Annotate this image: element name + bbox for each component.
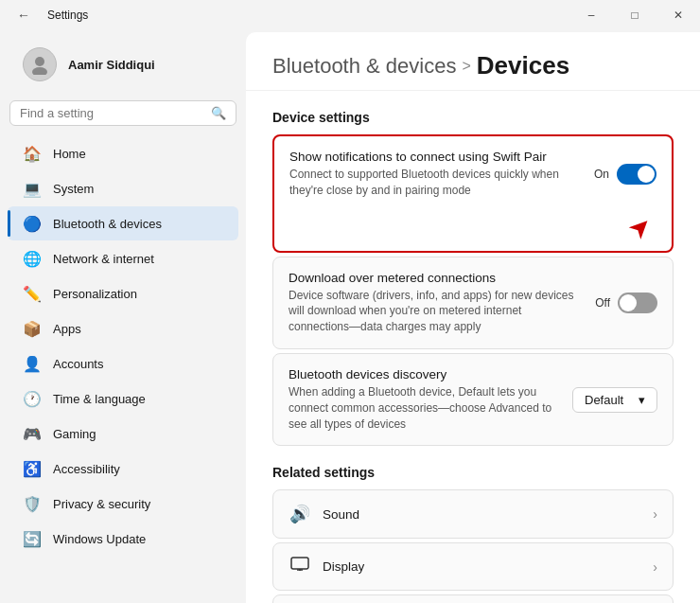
time-icon: 🕐	[23, 389, 42, 408]
metered-toggle[interactable]	[618, 293, 657, 313]
breadcrumb-current: Devices	[477, 51, 569, 80]
metered-row[interactable]: Download over metered connections Device…	[273, 257, 673, 348]
sidebar-item-label: Time & language	[53, 392, 146, 406]
display-icon	[289, 557, 311, 576]
sidebar-item-label: Accounts	[53, 357, 103, 371]
svg-point-1	[32, 67, 47, 75]
discovery-row[interactable]: Bluetooth devices discovery When adding …	[273, 354, 673, 445]
swift-pair-toggle[interactable]	[617, 164, 656, 185]
content-area: Bluetooth & devices > Devices Device set…	[246, 32, 700, 603]
sidebar-item-gaming[interactable]: 🎮 Gaming	[8, 417, 238, 451]
content-header: Bluetooth & devices > Devices	[246, 32, 700, 91]
discovery-label: Bluetooth devices discovery	[289, 367, 557, 381]
swift-pair-card: Show notifications to connect using Swif…	[272, 134, 674, 253]
sidebar-item-label: Bluetooth & devices	[53, 217, 162, 231]
metered-toggle-knob	[620, 294, 637, 311]
display-card: Display ›	[272, 542, 674, 591]
back-button[interactable]: ←	[11, 6, 36, 25]
sidebar-item-bluetooth[interactable]: 🔵 Bluetooth & devices	[8, 206, 238, 240]
titlebar: ← Settings – □ ✕	[0, 0, 700, 30]
sidebar-item-home[interactable]: 🏠 Home	[8, 136, 238, 170]
search-box: 🔍	[9, 100, 236, 126]
swift-pair-toggle-container: On	[594, 164, 656, 185]
avatar	[23, 47, 57, 81]
sound-icon: 🔊	[289, 504, 311, 524]
sidebar-item-time[interactable]: 🕐 Time & language	[8, 381, 238, 416]
svg-rect-2	[291, 558, 308, 569]
window-controls: – □ ✕	[569, 0, 700, 30]
metered-card: Download over metered connections Device…	[272, 257, 674, 349]
search-container: 🔍	[0, 95, 246, 135]
sidebar-item-network[interactable]: 🌐 Network & internet	[8, 241, 238, 275]
gaming-icon: 🎮	[23, 424, 42, 443]
metered-label: Download over metered connections	[289, 271, 580, 285]
sidebar-item-label: Privacy & security	[53, 497, 150, 511]
sidebar-item-label: Personalization	[53, 287, 137, 301]
main-container: Aamir Siddiqui 🔍 🏠 Home 💻 System 🔵 Bluet…	[0, 30, 700, 603]
display-chevron-icon: ›	[653, 559, 657, 575]
swift-pair-label: Show notifications to connect using Swif…	[289, 150, 579, 164]
update-icon: 🔄	[23, 529, 42, 548]
nav-list: 🏠 Home 💻 System 🔵 Bluetooth & devices 🌐 …	[0, 135, 246, 557]
sidebar-item-update[interactable]: 🔄 Windows Update	[8, 522, 238, 556]
discovery-desc: When adding a Bluetooth device, Default …	[289, 384, 557, 432]
swift-pair-text: Show notifications to connect using Swif…	[289, 150, 579, 199]
maximize-button[interactable]: □	[613, 0, 656, 30]
discovery-dropdown[interactable]: Default ▾	[572, 387, 657, 413]
related-settings-section: Related settings 🔊 Sound ›	[272, 465, 674, 603]
sidebar-item-accounts[interactable]: 👤 Accounts	[8, 346, 238, 381]
bluetooth-files-card: Send or receive files via Bluetooth ⬡	[272, 594, 674, 603]
discovery-card: Bluetooth devices discovery When adding …	[272, 353, 674, 446]
sidebar-item-personalization[interactable]: ✏️ Personalization	[8, 276, 238, 310]
device-settings-title: Device settings	[272, 110, 674, 125]
close-button[interactable]: ✕	[656, 0, 700, 30]
red-arrow-icon: ➤	[621, 208, 659, 246]
svg-point-0	[35, 57, 44, 66]
bluetooth-icon: 🔵	[23, 214, 42, 233]
search-input[interactable]	[20, 106, 203, 120]
apps-icon: 📦	[23, 319, 42, 338]
sound-label: Sound	[323, 507, 641, 522]
arrow-annotation: ➤	[274, 212, 672, 251]
chevron-down-icon: ▾	[639, 393, 645, 407]
sidebar-item-label: Apps	[53, 322, 81, 336]
related-settings-title: Related settings	[272, 465, 674, 480]
sidebar-item-privacy[interactable]: 🛡️ Privacy & security	[8, 487, 238, 521]
system-icon: 💻	[23, 179, 42, 198]
sidebar-item-system[interactable]: 💻 System	[8, 171, 238, 205]
discovery-text: Bluetooth devices discovery When adding …	[289, 367, 557, 432]
breadcrumb: Bluetooth & devices > Devices	[272, 51, 674, 80]
content-body: Device settings Show notifications to co…	[246, 91, 700, 603]
sidebar-item-label: Gaming	[53, 427, 96, 441]
sidebar-item-label: System	[53, 182, 94, 196]
sidebar-item-apps[interactable]: 📦 Apps	[8, 311, 238, 346]
sidebar-item-label: Network & internet	[53, 252, 154, 266]
accounts-icon: 👤	[23, 354, 42, 373]
swift-pair-row[interactable]: Show notifications to connect using Swif…	[274, 136, 672, 212]
search-icon: 🔍	[211, 106, 226, 120]
metered-toggle-label: Off	[595, 296, 610, 310]
sound-card: 🔊 Sound ›	[272, 489, 674, 539]
sidebar-item-accessibility[interactable]: ♿ Accessibility	[8, 452, 238, 486]
minimize-button[interactable]: –	[569, 0, 613, 30]
metered-desc: Device software (drivers, info, and apps…	[289, 288, 580, 335]
titlebar-title: Settings	[47, 9, 88, 22]
swift-pair-toggle-label: On	[594, 168, 609, 181]
breadcrumb-link[interactable]: Bluetooth & devices	[272, 54, 456, 79]
discovery-dropdown-value: Default	[585, 393, 623, 407]
toggle-knob	[638, 166, 655, 183]
user-name: Aamir Siddiqui	[68, 58, 155, 72]
sound-row[interactable]: 🔊 Sound ›	[273, 490, 673, 538]
swift-pair-desc: Connect to supported Bluetooth devices q…	[289, 167, 579, 199]
sidebar-item-label: Windows Update	[53, 532, 146, 546]
bluetooth-files-row[interactable]: Send or receive files via Bluetooth ⬡	[273, 595, 673, 603]
user-profile[interactable]: Aamir Siddiqui	[8, 34, 238, 91]
chevron-right-icon: ›	[653, 506, 657, 522]
home-icon: 🏠	[23, 144, 42, 163]
display-label: Display	[323, 559, 641, 574]
privacy-icon: 🛡️	[23, 494, 42, 513]
metered-text: Download over metered connections Device…	[289, 271, 580, 335]
accessibility-icon: ♿	[23, 459, 42, 478]
breadcrumb-separator: >	[462, 58, 470, 75]
display-row[interactable]: Display ›	[273, 543, 673, 590]
